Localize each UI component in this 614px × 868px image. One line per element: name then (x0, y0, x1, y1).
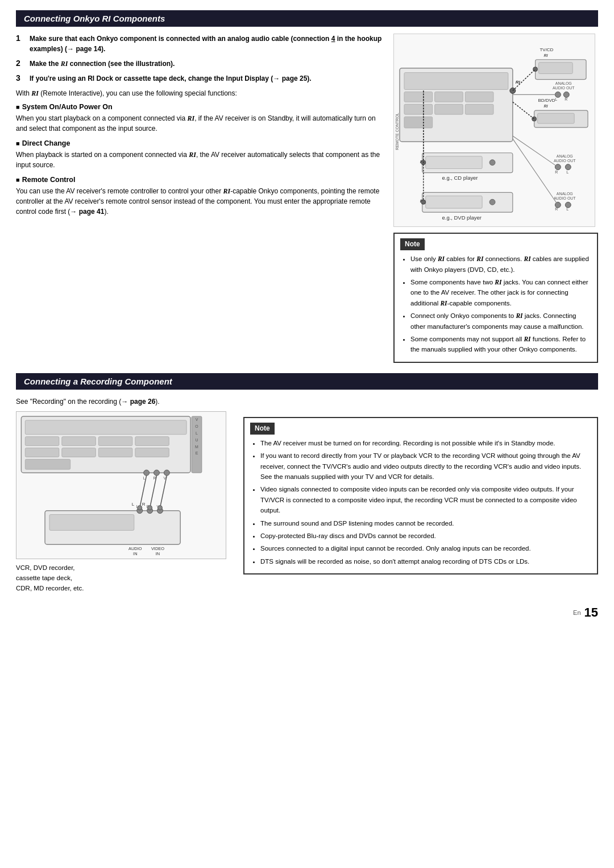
section1-right: REMOTE CONTROL RI TV/CD RI BD/DVD RI (393, 34, 598, 363)
step-3: 3 If you're using an RI Dock or cassette… (16, 73, 382, 84)
section2-intro: See "Recording" on the recording (→ page… (16, 396, 598, 407)
svg-point-43 (565, 164, 571, 170)
svg-text:TV/CD: TV/CD (540, 47, 554, 52)
section1-note: Note Use only RI cables for RI connectio… (393, 233, 598, 363)
svg-rect-67 (98, 448, 132, 457)
sub-text-remote-control: You can use the AV receiver's remote con… (16, 186, 382, 217)
svg-rect-15 (539, 63, 573, 74)
section2-header: Connecting a Recording Component (16, 373, 598, 390)
svg-text:IN: IN (156, 551, 160, 556)
svg-line-55 (513, 102, 534, 119)
section1-left: 1 Make sure that each Onkyo component is… (16, 34, 382, 363)
note-item: If you want to record directly from your… (260, 450, 591, 482)
svg-rect-29 (426, 156, 482, 169)
svg-point-25 (563, 92, 569, 97)
section2-content: L R V L R V AUDIO IN VIDEO IN (16, 411, 598, 594)
svg-text:L: L (143, 476, 146, 480)
svg-point-42 (555, 164, 561, 170)
step-3-num: 3 (16, 73, 25, 84)
svg-text:VIDEO: VIDEO (151, 546, 164, 551)
sub-text-system-on: When you start playback on a component c… (16, 113, 382, 134)
svg-rect-7 (465, 104, 493, 114)
note-item: Connect only Onkyo components to RI jack… (410, 311, 591, 332)
section1-content: 1 Make sure that each Onkyo component is… (16, 34, 598, 363)
svg-text:AUDIO OUT: AUDIO OUT (553, 86, 575, 90)
svg-text:L: L (132, 501, 135, 506)
svg-text:L: L (196, 431, 198, 435)
svg-point-21 (532, 117, 537, 121)
note-item: The AV receiver must be turned on for re… (260, 438, 591, 448)
svg-point-93 (138, 505, 142, 510)
note-item: Video signals connected to composite vid… (260, 484, 591, 515)
svg-rect-61 (25, 436, 59, 445)
svg-rect-4 (465, 92, 493, 102)
svg-rect-20 (538, 113, 575, 123)
svg-rect-64 (135, 436, 169, 445)
step-1-text: Make sure that each Onkyo component is c… (30, 34, 382, 54)
sub-section-direct-change: Direct Change When playback is started o… (16, 139, 382, 170)
svg-text:e.g., CD player: e.g., CD player (442, 175, 478, 181)
note-item: The surround sound and DSP listening mod… (260, 518, 591, 528)
section2-note-list: The AV receiver must be turned on for re… (250, 438, 591, 567)
svg-text:AUDIO OUT: AUDIO OUT (554, 196, 576, 200)
page-number: 15 (584, 605, 598, 620)
section2-right: Note The AV receiver must be turned on f… (243, 411, 598, 594)
svg-text:R: R (565, 97, 567, 101)
svg-point-95 (158, 505, 163, 510)
svg-rect-5 (404, 104, 433, 114)
sub-heading-direct-change: Direct Change (16, 139, 382, 147)
svg-text:ANALOG: ANALOG (555, 81, 572, 85)
section2-note-title: Note (250, 423, 275, 435)
svg-rect-66 (62, 448, 96, 457)
note-item: DTS signals will be recorded as noise, s… (260, 556, 591, 567)
step-2: 2 Make the RI connection (see the illust… (16, 59, 382, 69)
svg-rect-6 (435, 104, 463, 114)
svg-text:V: V (196, 418, 198, 421)
svg-text:L: L (566, 207, 569, 211)
sub-text-direct-change: When playback is started on a component … (16, 150, 382, 170)
svg-point-36 (489, 199, 495, 205)
svg-text:M: M (195, 444, 198, 448)
sub-heading-remote-control: Remote Control (16, 176, 382, 184)
sub-heading-system-on: System On/Auto Power On (16, 103, 382, 111)
svg-text:IN: IN (133, 551, 137, 556)
svg-line-57 (513, 136, 558, 167)
svg-text:L: L (566, 170, 569, 174)
svg-text:R: R (555, 207, 558, 211)
section1-header: Connecting Onkyo RI Components (16, 10, 598, 27)
svg-line-92 (160, 476, 167, 508)
svg-line-58 (513, 139, 558, 205)
svg-text:L: L (555, 97, 557, 101)
en-label: En (573, 609, 580, 616)
recording-caption: VCR, DVD recorder,cassette tape deck,CDR… (16, 563, 232, 594)
svg-point-71 (154, 470, 160, 476)
svg-rect-8 (404, 117, 433, 128)
svg-text:AUDIO: AUDIO (128, 546, 142, 551)
svg-text:ANALOG: ANALOG (557, 154, 573, 158)
svg-rect-69 (25, 459, 70, 469)
sub-section-system-on: System On/Auto Power On When you start p… (16, 103, 382, 134)
step-2-text: Make the RI connection (see the illustra… (30, 59, 175, 69)
svg-text:RI: RI (544, 53, 548, 57)
svg-point-70 (144, 470, 150, 476)
note-item: Some components may not support all RI f… (410, 334, 591, 355)
svg-line-91 (150, 476, 157, 508)
svg-text:RI: RI (544, 104, 548, 108)
ri-diagram: REMOTE CONTROL RI TV/CD RI BD/DVD RI (393, 34, 595, 227)
svg-text:AUDIO OUT: AUDIO OUT (554, 159, 576, 163)
svg-text:ANALOG: ANALOG (557, 192, 573, 196)
svg-point-39 (421, 200, 426, 204)
svg-rect-1 (404, 73, 508, 90)
note-item: Sources connected to a digital input can… (260, 543, 591, 553)
svg-rect-77 (49, 514, 134, 530)
svg-text:U: U (195, 437, 198, 441)
svg-rect-63 (98, 436, 132, 445)
svg-text:e.g., DVD player: e.g., DVD player (442, 214, 482, 221)
step-1-num: 1 (16, 34, 25, 54)
svg-rect-2 (404, 92, 433, 102)
step-1: 1 Make sure that each Onkyo component is… (16, 34, 382, 54)
svg-rect-62 (62, 436, 96, 445)
svg-text:O: O (195, 424, 198, 428)
section1-title: Connecting Onkyo RI Components (24, 14, 165, 23)
svg-text:REMOTE CONTROL: REMOTE CONTROL (395, 113, 399, 150)
